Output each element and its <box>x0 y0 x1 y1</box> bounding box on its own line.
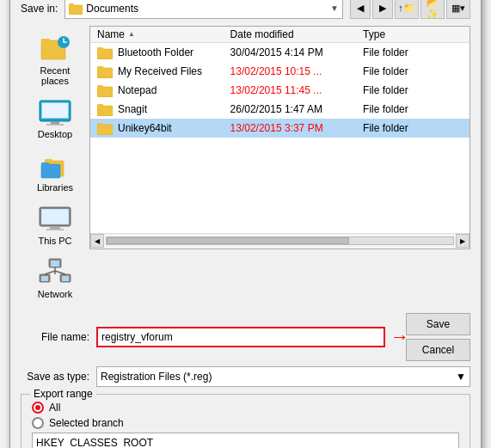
radio-branch-circle <box>32 417 44 429</box>
folder-icon <box>97 121 113 135</box>
up-button[interactable]: ↑📁 <box>395 0 419 19</box>
radio-all-row: All <box>32 402 459 414</box>
svg-rect-26 <box>42 210 68 224</box>
libraries-icon <box>38 150 72 181</box>
sidebar-label-network: Network <box>38 289 72 299</box>
sidebar-label-thispc: This PC <box>38 236 71 246</box>
file-name-input-wrapper: → <box>96 327 385 347</box>
scrollbar-thumb <box>107 237 349 244</box>
forward-button[interactable]: ▶ <box>372 0 393 19</box>
svg-rect-32 <box>62 276 69 281</box>
svg-rect-43 <box>97 104 103 107</box>
sidebar-item-network[interactable]: Network <box>23 253 88 303</box>
export-registry-dialog: Export Registry File ✕ Save in: Document… <box>9 0 482 448</box>
sort-arrow-icon: ▲ <box>128 30 135 38</box>
table-row[interactable]: Snagit 26/02/2015 1:47 AM File folder <box>90 100 470 119</box>
scroll-left-button[interactable]: ◀ <box>90 234 104 248</box>
sidebar-item-desktop[interactable]: Desktop <box>23 93 88 143</box>
save-in-value: Documents <box>86 3 138 15</box>
sidebar-label-libraries: Libraries <box>37 182 73 193</box>
file-list: Bluetooth Folder 30/04/2015 4:14 PM File… <box>90 43 470 233</box>
combo-arrow-icon: ▼ <box>330 3 339 13</box>
file-area: Name ▲ Date modified Type <box>89 26 470 249</box>
save-as-type-label: Save as type: <box>21 371 89 383</box>
table-row[interactable]: My Received Files 13/02/2015 10:15 ... F… <box>90 62 470 81</box>
radio-all-circle <box>32 402 44 414</box>
file-name-input[interactable] <box>96 327 385 347</box>
dialog-body: Save in: Documents ▼ ◀ ▶ ↑📁 📂✨ ▦▾ <box>10 0 481 448</box>
table-row[interactable]: Unikey64bit 13/02/2015 3:37 PM File fold… <box>90 119 470 138</box>
save-button[interactable]: Save <box>406 313 470 335</box>
radio-all-dot <box>35 405 40 410</box>
views-button[interactable]: ▦▾ <box>446 0 470 19</box>
col-header-date[interactable]: Date modified <box>230 28 364 40</box>
folder-icon <box>69 3 83 15</box>
svg-rect-24 <box>50 226 60 229</box>
network-icon <box>38 256 72 287</box>
cancel-button[interactable]: Cancel <box>406 339 470 361</box>
svg-rect-17 <box>42 103 68 118</box>
folder-icon <box>97 46 113 59</box>
svg-rect-39 <box>97 66 103 70</box>
svg-rect-9 <box>69 3 74 7</box>
sidebar: Recent places Desktop <box>21 26 89 306</box>
new-folder-button[interactable]: 📂✨ <box>420 0 445 19</box>
svg-rect-45 <box>97 123 103 126</box>
col-header-type[interactable]: Type <box>363 28 463 40</box>
sidebar-item-recent-places[interactable]: Recent places <box>23 29 88 89</box>
table-row[interactable]: Bluetooth Folder 30/04/2015 4:14 PM File… <box>90 43 470 62</box>
recent-places-icon <box>38 33 72 64</box>
svg-rect-28 <box>51 261 59 267</box>
export-range: Export range All Selected branch <box>21 394 470 449</box>
scroll-right-button[interactable]: ▶ <box>456 234 470 248</box>
horizontal-scrollbar[interactable] <box>106 236 454 245</box>
svg-rect-11 <box>41 39 50 43</box>
file-name-label: File name: <box>21 331 89 343</box>
radio-all-label: All <box>49 402 60 414</box>
col-header-name[interactable]: Name ▲ <box>97 28 230 40</box>
table-row[interactable]: Notepad 13/02/2015 11:45 ... File folder <box>90 81 470 100</box>
radio-all-indicator <box>32 402 44 414</box>
svg-rect-41 <box>97 85 103 89</box>
svg-line-34 <box>45 271 55 274</box>
folder-icon <box>97 102 113 116</box>
file-list-header: Name ▲ Date modified Type <box>90 27 470 43</box>
folder-icon <box>97 83 113 97</box>
sidebar-label-recent: Recent places <box>27 65 84 86</box>
folder-icon <box>97 64 113 78</box>
save-in-combo[interactable]: Documents ▼ <box>64 0 343 19</box>
main-area: Recent places Desktop <box>21 26 470 306</box>
svg-rect-21 <box>41 163 49 167</box>
action-buttons: Save Cancel <box>406 313 470 361</box>
thispc-icon <box>38 203 72 234</box>
svg-rect-15 <box>51 121 59 124</box>
sidebar-label-desktop: Desktop <box>38 129 72 139</box>
desktop-icon <box>38 96 72 127</box>
save-in-label: Save in: <box>21 3 58 15</box>
scrollbar-area: ◀ ▶ <box>90 233 470 249</box>
save-as-type-combo[interactable]: Registration Files (*.reg) ▼ <box>96 366 470 387</box>
save-as-type-row: Save as type: Registration Files (*.reg)… <box>21 366 470 387</box>
arrow-right-icon: → <box>390 326 409 348</box>
export-range-legend: Export range <box>30 388 96 400</box>
combo-arrow-icon: ▼ <box>456 371 466 383</box>
branch-input[interactable] <box>32 433 459 449</box>
svg-rect-16 <box>46 124 64 126</box>
svg-line-35 <box>55 271 65 274</box>
bottom-fields: File name: → Save Cancel Save as type: R… <box>21 313 470 387</box>
nav-buttons: ◀ ▶ ↑📁 📂✨ ▦▾ <box>350 0 470 19</box>
svg-rect-37 <box>97 47 103 51</box>
sidebar-item-libraries[interactable]: Libraries <box>23 146 88 196</box>
svg-rect-25 <box>46 229 64 230</box>
save-in-row: Save in: Documents ▼ ◀ ▶ ↑📁 📂✨ ▦▾ <box>21 0 470 19</box>
sidebar-item-thispc[interactable]: This PC <box>23 199 88 249</box>
svg-rect-30 <box>41 276 48 281</box>
selected-branch-row: Selected branch <box>32 417 459 429</box>
file-name-row: File name: → Save Cancel <box>21 313 470 361</box>
back-button[interactable]: ◀ <box>350 0 371 19</box>
radio-branch-label: Selected branch <box>49 417 124 429</box>
